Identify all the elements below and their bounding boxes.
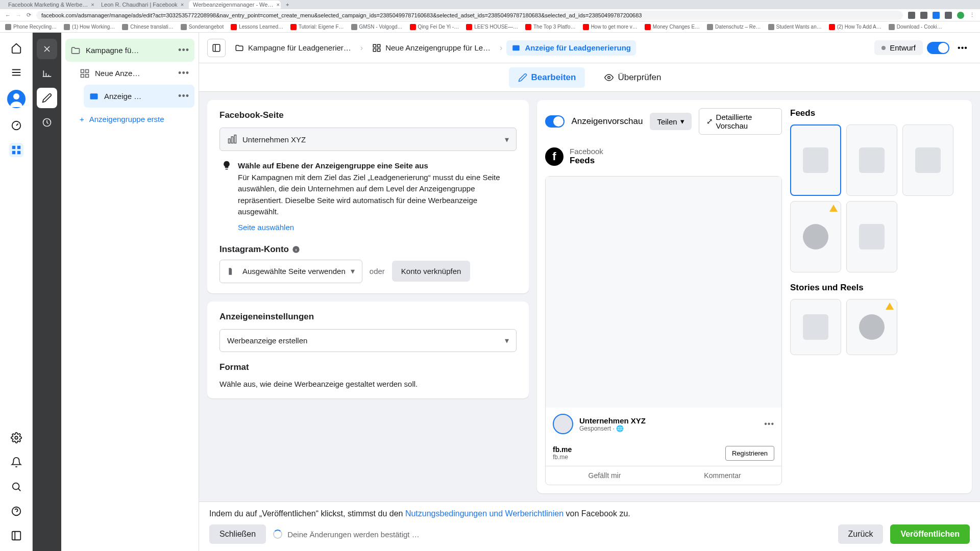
bookmark[interactable]: Student Wants an… [768,24,822,30]
tree-campaign[interactable]: Kampagne fü… ••• [65,39,194,62]
mockup-image [546,177,781,408]
terms-link[interactable]: Nutzungsbedingungen und Werberichtlinien [405,509,564,518]
bookmark[interactable]: Lessons Learned… [231,24,283,30]
gear-icon[interactable] [9,431,23,445]
breadcrumb-campaign[interactable]: Kampagne für Leadgenerier… [230,40,356,56]
format-label: Format [219,362,517,372]
ad-mockup: Unternehmen XYZ Gesponsert · 🌐 ••• fb.me… [545,176,782,485]
help-icon[interactable] [9,504,23,518]
chevron-down-icon: ▾ [351,266,355,276]
status-toggle[interactable] [927,42,949,54]
bookmark[interactable]: Money Changes E… [645,24,700,30]
reload-icon[interactable]: ⟳ [27,12,31,18]
bookmark[interactable]: The Top 3 Platfo… [525,24,576,30]
cta-button[interactable]: Registrieren [725,446,774,461]
bookmarks-bar: Phone Recycling… (1) How Working… Chines… [0,21,980,33]
breadcrumb-adset[interactable]: Neue Anzeigengruppe für Le… [367,40,496,56]
browser-tab-active[interactable]: Werbeanzeigenmanager - We…× [189,1,281,9]
tab-review[interactable]: Überprüfen [595,67,670,88]
extension-icon[interactable] [945,12,952,19]
bookmark[interactable]: Tutorial: Eigene F… [290,24,344,30]
grid-icon[interactable] [9,143,23,157]
tree-ad[interactable]: Anzeige … ••• [84,85,194,108]
bookmark[interactable]: Download - Cooki… [889,24,942,30]
bookmark[interactable]: LEE'S HOUSE—… [466,24,518,30]
bookmark[interactable]: Datenschutz – Re… [707,24,761,30]
forward-icon[interactable]: → [16,12,21,18]
svg-rect-8 [12,532,20,540]
placement-thumb[interactable] [846,124,897,196]
more-icon[interactable]: ••• [764,419,774,429]
preview-toggle[interactable] [545,115,565,128]
menu-icon[interactable] [9,65,23,80]
more-icon[interactable]: ••• [178,45,189,56]
bell-icon[interactable] [9,455,23,469]
comment-button[interactable]: Kommentar [664,466,781,485]
bookmark[interactable]: (2) How To Add A… [829,24,881,30]
gauge-icon[interactable] [9,118,23,133]
svg-rect-13 [86,74,89,77]
bookmark[interactable]: How to get more v… [583,24,638,30]
more-menu-icon[interactable]: ••• [953,39,972,57]
avatar[interactable] [7,90,26,108]
new-tab-button[interactable]: + [282,2,293,8]
close-button[interactable] [37,39,57,59]
ad-setup-select[interactable]: Werbeanzeige erstellen ▾ [219,329,517,352]
bookmark[interactable]: Sonderangebot [181,24,224,30]
extension-icon[interactable] [920,12,927,19]
extension-icon[interactable] [908,12,915,19]
search-icon[interactable] [9,480,23,494]
share-button[interactable]: Teilen▾ [650,113,691,130]
link-account-button[interactable]: Konto verknüpfen [392,261,471,282]
publish-button[interactable]: Veröffentlichen [890,524,970,544]
collapse-icon[interactable] [9,529,23,543]
more-icon[interactable]: ••• [178,91,189,102]
history-icon[interactable] [37,112,57,133]
placement-thumb[interactable] [846,299,897,355]
page-select[interactable]: Unternehmen XYZ ▾ [219,128,517,151]
edit-icon[interactable] [37,88,57,108]
info-icon[interactable] [292,245,300,254]
close-icon[interactable]: × [181,2,184,8]
bookmark[interactable]: GMSN - Volgogd… [351,24,403,30]
instagram-select[interactable]: Ausgewählte Seite verwenden ▾ [219,260,362,283]
placement-thumb[interactable] [902,124,953,196]
close-icon[interactable]: × [276,2,279,8]
tree-adset[interactable]: Neue Anze… ••• [75,62,194,85]
more-icon[interactable]: ••• [178,68,189,79]
close-icon[interactable]: × [91,2,94,8]
browser-tab[interactable]: Facebook Marketing & Werbe…× [4,1,96,9]
bookmark[interactable]: Phone Recycling… [5,24,57,30]
menu-icon[interactable]: ⋮ [969,12,975,18]
bookmark[interactable]: Chinese translati… [122,24,173,30]
url-bar[interactable]: facebook.com/adsmanager/manage/ads/edit?… [36,11,903,20]
extension-icon[interactable] [933,12,940,19]
tab-edit[interactable]: Bearbeiten [509,67,585,88]
plus-icon: + [80,115,84,123]
tree-label: Anzeige … [104,92,173,101]
home-icon[interactable] [9,41,23,55]
profile-icon[interactable] [957,12,964,19]
back-icon[interactable]: ← [5,12,11,18]
placement-thumb[interactable] [846,201,897,272]
svg-rect-18 [373,48,376,51]
placement-thumb[interactable] [790,124,841,196]
detailed-preview-button[interactable]: ⤢Detaillierte Vorschau [699,108,782,135]
like-button[interactable]: Gefällt mir [546,466,664,485]
bookmark[interactable]: Qing Fei De Yi -… [410,24,459,30]
close-button[interactable]: Schließen [209,524,266,544]
chart-icon[interactable] [37,63,57,84]
placement-thumb[interactable] [790,299,841,355]
select-page-link[interactable]: Seite auswählen [238,223,294,232]
placement-thumb[interactable] [790,201,841,272]
add-adset-button[interactable]: + Anzeigengruppe erste [75,108,194,131]
bookmark[interactable]: (1) How Working… [64,24,115,30]
breadcrumb-ad[interactable]: Anzeige für Leadgenerierung [506,40,636,56]
back-button[interactable]: Zurück [838,524,884,544]
preview-title: Anzeigenvorschau [572,116,643,127]
svg-point-5 [15,436,18,439]
footer-legal: Indem du auf „Veröffentlichen“ klickst, … [209,509,970,518]
browser-tab[interactable]: Leon R. Chaudhari | Facebook× [97,1,188,9]
panel-toggle-icon[interactable] [207,39,226,57]
status-badge: Entwurf [874,40,923,55]
